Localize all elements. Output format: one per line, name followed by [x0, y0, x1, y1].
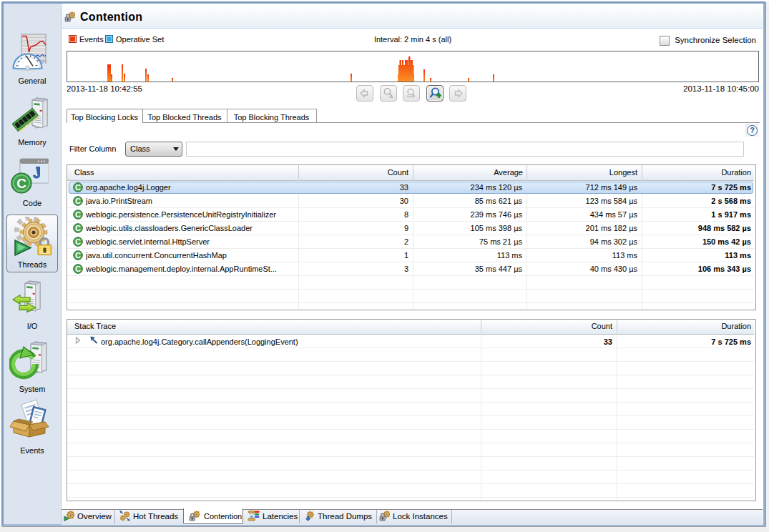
svg-text:C: C [75, 224, 81, 232]
svg-text:C: C [75, 265, 81, 273]
svg-text:C: C [75, 210, 81, 219]
svg-text:C: C [75, 251, 81, 260]
svg-text:C: C [75, 183, 81, 192]
svg-text:C: C [75, 237, 81, 246]
svg-text:C: C [16, 176, 26, 191]
svg-text:C: C [75, 197, 81, 205]
